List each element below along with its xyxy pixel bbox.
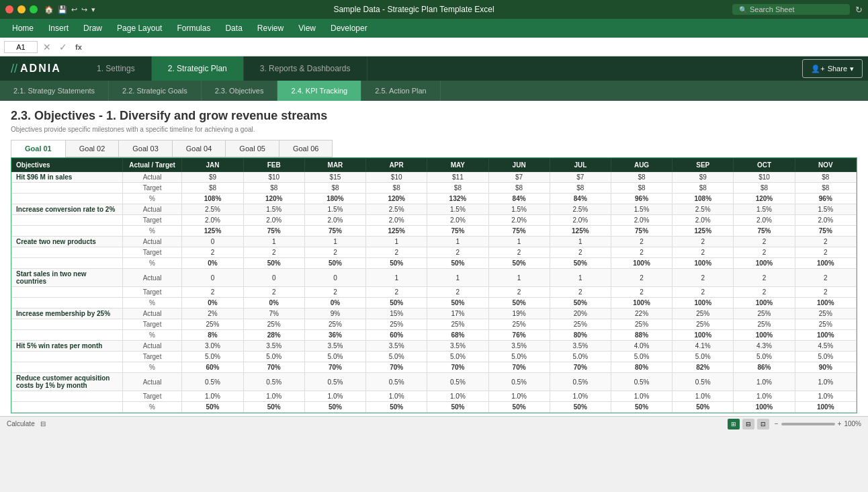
sub-tab-5[interactable]: 2.5. Action Plan <box>361 81 440 101</box>
data-cell: $8 <box>182 183 243 194</box>
share-button[interactable]: 👤+ Share ▾ <box>802 59 863 78</box>
maximize-button[interactable] <box>30 5 38 13</box>
data-cell: 2 <box>611 247 672 258</box>
menu-item-draw[interactable]: Draw <box>77 21 109 36</box>
data-cell: 50% <box>427 258 488 269</box>
col-header-sep: SEP <box>672 159 734 172</box>
sub-tab-2[interactable]: 2.2. Strategic Goals <box>109 81 202 101</box>
data-cell: 1.5% <box>734 204 795 215</box>
data-cell: 2 <box>366 247 427 258</box>
cell-reference[interactable] <box>4 41 38 53</box>
goal-tab-2[interactable]: Goal 02 <box>65 140 119 157</box>
data-cell: 50% <box>182 402 243 413</box>
data-cell: 108% <box>182 194 243 204</box>
goal-tab-5[interactable]: Goal 05 <box>225 140 279 157</box>
logo-text: ADNIA <box>20 63 61 75</box>
zoom-level: 100% <box>844 420 861 427</box>
sub-tab-3[interactable]: 2.3. Objectives <box>202 81 278 101</box>
data-cell: $10 <box>366 172 427 183</box>
kpi-table: ObjectivesActual / TargetJANFEBMARAPRMAY… <box>11 158 857 413</box>
data-cell: 2 <box>672 247 734 258</box>
data-cell: 1.5% <box>304 204 365 215</box>
data-cell: 2.0% <box>734 215 795 226</box>
goal-tab-4[interactable]: Goal 04 <box>172 140 226 157</box>
data-cell: 25% <box>304 319 365 330</box>
data-cell: 5.0% <box>488 352 550 362</box>
data-cell: 1.0% <box>795 373 856 391</box>
search-sheet-box[interactable]: 🔍 Search Sheet <box>732 4 850 15</box>
row-type-label: % <box>122 226 182 237</box>
page-title: 2.3. Objectives - 1. Diversify and grow … <box>11 109 857 123</box>
bottom-right: ⊞ ⊟ ⊡ − + 100% <box>728 419 861 429</box>
refresh-icon[interactable]: ↻ <box>855 5 863 15</box>
data-cell: 50% <box>488 298 550 309</box>
calculate-label: Calculate <box>7 420 35 427</box>
data-cell: 75% <box>795 226 856 237</box>
close-button[interactable] <box>5 5 13 13</box>
data-cell: 2 <box>243 247 304 258</box>
formula-separator: ✕ <box>43 42 51 52</box>
window-controls[interactable] <box>5 5 38 13</box>
menu-item-home[interactable]: Home <box>5 21 40 36</box>
data-cell: 2.0% <box>795 215 856 226</box>
objective-cell: Start sales in two new countries <box>12 269 123 287</box>
menu-item-view[interactable]: View <box>292 21 322 36</box>
page-break-view-icon[interactable]: ⊟ <box>742 419 754 429</box>
col-header-aug: AUG <box>611 159 672 172</box>
menu-item-insert[interactable]: Insert <box>42 21 75 36</box>
app-header: // ADNIA 1. Settings2. Strategic Plan3. … <box>0 56 868 81</box>
data-cell: 76% <box>488 330 550 341</box>
main-tab-3[interactable]: 3. Reports & Dashboards <box>244 56 367 81</box>
formula-input[interactable] <box>87 43 864 51</box>
status-icon: ⊟ <box>40 420 46 427</box>
objective-cell: Hit 5% win rates per month <box>12 341 123 352</box>
menu-item-formulas[interactable]: Formulas <box>170 21 217 36</box>
menu-item-page layout[interactable]: Page Layout <box>110 21 169 36</box>
main-tab-2[interactable]: 2. Strategic Plan <box>152 56 244 81</box>
data-cell: 96% <box>795 194 856 204</box>
zoom-slider[interactable] <box>781 423 835 425</box>
data-cell: 70% <box>304 362 365 373</box>
goal-tab-3[interactable]: Goal 03 <box>118 140 172 157</box>
menu-item-data[interactable]: Data <box>218 21 249 36</box>
data-cell: 2 <box>672 269 734 287</box>
data-cell: 50% <box>672 402 734 413</box>
goal-tab-6[interactable]: Goal 06 <box>279 140 333 157</box>
row-type-label: Actual <box>122 269 182 287</box>
row-type-label: Actual <box>122 172 182 183</box>
data-cell: 1.0% <box>488 391 550 402</box>
goal-tabs: Goal 01Goal 02Goal 03Goal 04Goal 05Goal … <box>11 140 857 157</box>
normal-view-icon[interactable]: ⊞ <box>728 419 740 429</box>
data-cell: 5.0% <box>672 352 734 362</box>
data-cell: 25% <box>734 319 795 330</box>
data-cell: 2.5% <box>182 204 243 215</box>
zoom-in-icon[interactable]: + <box>838 420 842 427</box>
table-row: Target1.0%1.0%1.0%1.0%1.0%1.0%1.0%1.0%1.… <box>12 391 857 402</box>
objective-cell <box>12 287 123 298</box>
objective-cell <box>12 298 123 309</box>
objective-cell <box>12 330 123 341</box>
data-cell: 1.5% <box>488 204 550 215</box>
fx-label: fx <box>75 43 82 51</box>
objective-cell: Increase membership by 25% <box>12 309 123 319</box>
goal-tab-1[interactable]: Goal 01 <box>11 140 65 157</box>
table-row: Increase conversion rate to 2%Actual2.5%… <box>12 204 857 215</box>
sub-tabs: 2.1. Strategy Statements2.2. Strategic G… <box>0 81 868 101</box>
redo-icon[interactable]: ↪ <box>81 5 87 14</box>
data-cell: 3.0% <box>182 341 243 352</box>
data-cell: 3.5% <box>427 341 488 352</box>
main-tab-1[interactable]: 1. Settings <box>81 56 152 81</box>
row-type-label: Target <box>122 391 182 402</box>
sub-tab-1[interactable]: 2.1. Strategy Statements <box>0 81 109 101</box>
data-cell: 108% <box>672 194 734 204</box>
sub-tab-4[interactable]: 2.4. KPI Tracking <box>277 81 361 101</box>
page-layout-view-icon[interactable]: ⊡ <box>757 419 769 429</box>
undo-icon[interactable]: ↩ <box>71 5 77 14</box>
menu-item-developer[interactable]: Developer <box>324 21 374 36</box>
data-cell: 2 <box>304 247 365 258</box>
zoom-out-icon[interactable]: − <box>775 420 779 427</box>
minimize-button[interactable] <box>17 5 26 13</box>
data-cell: 50% <box>366 402 427 413</box>
data-cell: 1.0% <box>243 391 304 402</box>
menu-item-review[interactable]: Review <box>251 21 290 36</box>
